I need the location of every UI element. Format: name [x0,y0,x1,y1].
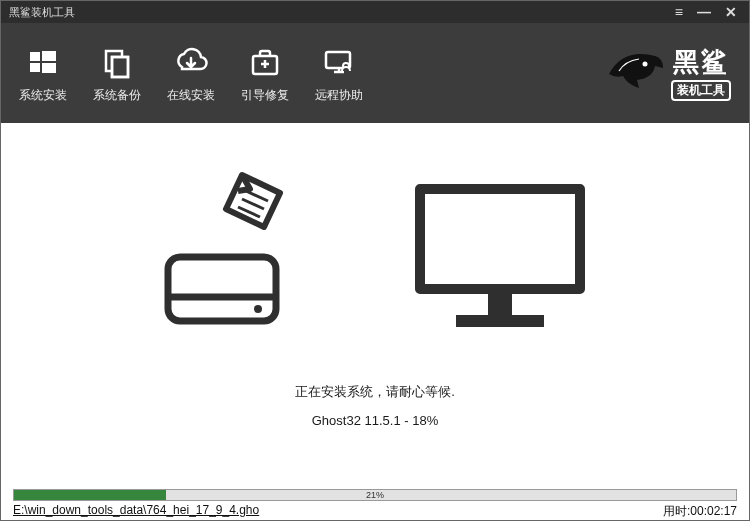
svg-line-12 [242,199,264,209]
tab-system-backup[interactable]: 系统备份 [93,43,141,104]
app-title: 黑鲨装机工具 [9,5,75,20]
file-path[interactable]: E:\win_down_tools_data\764_hei_17_9_4.gh… [13,503,259,520]
firstaid-icon [246,43,284,81]
title-bar: 黑鲨装机工具 ≡ — ✕ [1,1,749,23]
monitor-icon [410,179,590,343]
cloud-download-icon [172,43,210,81]
minimize-icon[interactable]: — [697,5,711,19]
window-controls: ≡ — ✕ [675,5,737,19]
brand-text: 黑鲨 装机工具 [671,45,731,101]
svg-rect-2 [30,63,40,72]
brand-subtitle: 装机工具 [671,80,731,101]
remote-icon [320,43,358,81]
footer-row: E:\win_down_tools_data\764_hei_17_9_4.gh… [13,503,737,520]
brand-name: 黑鲨 [673,45,729,80]
progress-percent-label: 21% [366,490,384,500]
header: 系统安装 系统备份 在线安装 引导修复 远程协助 [1,23,749,123]
status-message-2: Ghost32 11.5.1 - 18% [312,413,438,428]
svg-line-11 [246,191,268,201]
menu-icon[interactable]: ≡ [675,5,683,19]
svg-rect-17 [488,289,512,315]
svg-rect-18 [456,315,544,327]
windows-icon [24,43,62,81]
tab-label: 远程协助 [315,87,363,104]
progress-bar: 21% [13,489,737,501]
tab-remote-assist[interactable]: 远程协助 [315,43,363,104]
tab-label: 系统备份 [93,87,141,104]
close-icon[interactable]: ✕ [725,5,737,19]
progress-fill [14,490,166,500]
svg-rect-1 [42,51,56,61]
tab-online-install[interactable]: 在线安装 [167,43,215,104]
tab-strip: 系统安装 系统备份 在线安装 引导修复 远程协助 [19,43,363,104]
elapsed-time: 用时:00:02:17 [663,503,737,520]
main-content: 正在安装系统，请耐心等候. Ghost32 11.5.1 - 18% [1,123,749,461]
svg-rect-0 [30,52,40,61]
status-message-1: 正在安装系统，请耐心等候. [295,383,455,401]
disk-file-icon [160,169,300,343]
svg-rect-16 [420,189,580,289]
tab-label: 在线安装 [167,87,215,104]
tab-label: 引导修复 [241,87,289,104]
tab-label: 系统安装 [19,87,67,104]
tab-system-install[interactable]: 系统安装 [19,43,67,104]
svg-rect-3 [42,63,56,73]
progress-area: 21% E:\win_down_tools_data\764_hei_17_9_… [1,489,749,520]
tab-boot-repair[interactable]: 引导修复 [241,43,289,104]
illustration [160,163,590,343]
svg-rect-5 [112,57,128,77]
svg-point-15 [254,305,262,313]
brand-logo: 黑鲨 装机工具 [605,44,731,102]
copy-icon [98,43,136,81]
svg-point-10 [643,62,648,67]
shark-icon [605,44,667,102]
